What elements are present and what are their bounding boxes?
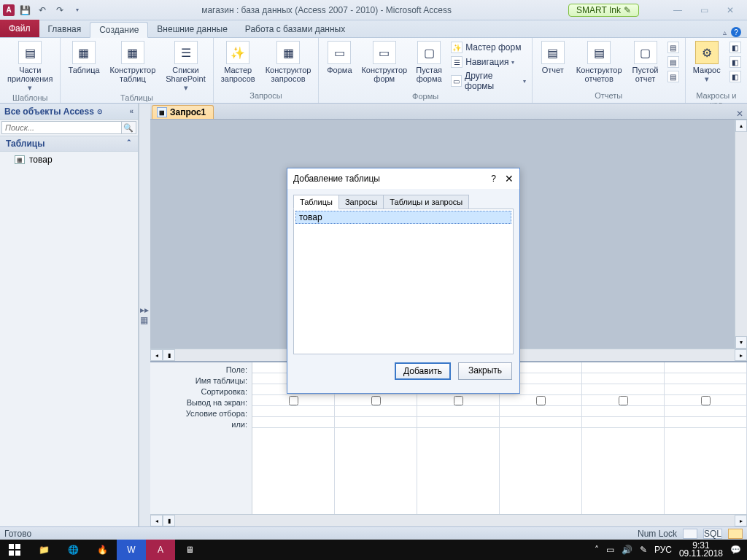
hscroll-right-icon[interactable]: ▸ (735, 349, 747, 361)
report-button[interactable]: ▤Отчет (537, 39, 569, 76)
tray-chevron-icon[interactable]: ˄ (595, 545, 599, 555)
dialog-tab-queries[interactable]: Запросы (338, 195, 384, 209)
nav-item-tovar[interactable]: ▦ товар (0, 152, 138, 168)
form-button[interactable]: ▭Форма (323, 39, 355, 76)
view-sql-icon[interactable]: SQL (703, 529, 722, 539)
hscroll-track[interactable] (175, 515, 735, 526)
dialog-tab-both[interactable]: Таблицы и запросы (383, 195, 469, 209)
qat-redo-icon[interactable]: ↷ (53, 3, 67, 18)
report-designer-button[interactable]: ▤Конструктор отчетов (573, 39, 625, 85)
tray-clock[interactable]: 9:31 09.11.2018 (679, 542, 723, 558)
show-checkbox[interactable] (371, 396, 381, 405)
list-item-tovar[interactable]: товар (295, 211, 511, 224)
doc-tab-close-icon[interactable]: ✕ (732, 109, 747, 119)
hscroll-left-icon[interactable]: ◂ (150, 515, 163, 526)
navigation-button[interactable]: ☰Навигация ▾ (449, 55, 527, 69)
maximize-button[interactable]: ▭ (694, 4, 713, 17)
search-icon[interactable]: 🔍 (122, 121, 136, 134)
show-checkbox[interactable] (289, 396, 298, 405)
macro-mini-3[interactable]: ◧ (728, 70, 743, 83)
nav-category-tables[interactable]: Таблицы ⌃ (0, 136, 138, 152)
qat-customize-icon[interactable]: ▾ (70, 3, 85, 18)
grid-col[interactable] (665, 362, 747, 514)
sidebar-expander[interactable]: ▸▸▦ (139, 104, 150, 526)
query-wizard-button[interactable]: ✨Мастер запросов (218, 39, 258, 85)
show-checkbox[interactable] (701, 396, 711, 405)
qat-save-icon[interactable]: 💾 (18, 3, 32, 18)
nav-header[interactable]: Все объекты Access ⊙ « (0, 104, 138, 120)
doc-tab-zapros1[interactable]: ▦ Запрос1 (152, 105, 214, 119)
sharepoint-label: Списки SharePoint (166, 66, 205, 83)
search-input[interactable] (1, 121, 122, 134)
app-parts-icon: ▤ (18, 41, 42, 64)
form-wizard-button[interactable]: ✨Мастер форм (449, 41, 527, 54)
query-designer-icon: ▦ (276, 41, 300, 64)
form-designer-button[interactable]: ▭Конструктор форм (360, 39, 409, 85)
taskbar-app2-icon[interactable]: 🖥 (175, 540, 204, 560)
show-checkbox[interactable] (619, 396, 628, 405)
tab-create[interactable]: Создание (90, 22, 148, 38)
dialog-listbox[interactable]: товар (293, 209, 514, 354)
tray-pen-icon[interactable]: ✎ (640, 545, 647, 555)
dialog-tab-tables[interactable]: Таблицы (293, 195, 339, 209)
add-button[interactable]: Добавить (395, 362, 451, 380)
tray-date: 09.11.2018 (679, 550, 723, 558)
scroll-up-icon[interactable]: ▴ (735, 120, 747, 132)
ribbon-minimize-icon[interactable]: ▵ (723, 28, 727, 36)
hscroll-split-icon[interactable]: ▮ (163, 515, 175, 526)
vertical-scrollbar[interactable]: ▴ ▾ (735, 120, 747, 349)
taskbar-access-icon[interactable]: A (146, 540, 175, 560)
help-icon[interactable]: ? (731, 27, 741, 37)
tab-external-data[interactable]: Внешние данные (148, 21, 236, 37)
other-forms-button[interactable]: ▭Другие формы ▾ (449, 70, 527, 92)
tray-volume-icon[interactable]: 🔊 (622, 545, 632, 555)
hscroll-left-icon[interactable]: ◂ (150, 349, 163, 361)
macro-button[interactable]: ⚙Макрос▾ (690, 39, 724, 85)
nav-collapse-icon[interactable]: « (129, 107, 133, 115)
macro-mini-1[interactable]: ◧ (728, 41, 743, 54)
view-datasheet-icon[interactable] (683, 529, 697, 539)
hscroll-right-icon[interactable]: ▸ (735, 515, 747, 526)
report-mini-1[interactable]: ▤ (666, 41, 681, 54)
hscroll-split-icon[interactable]: ▮ (163, 349, 175, 361)
start-button[interactable] (0, 540, 29, 560)
macro-mini-2[interactable]: ◧ (728, 55, 743, 69)
dialog-help-icon[interactable]: ? (491, 174, 496, 184)
taskbar-explorer-icon[interactable]: 📁 (29, 540, 58, 560)
macro-mini-icon: ◧ (729, 42, 741, 53)
report-mini-2[interactable]: ▤ (666, 55, 681, 69)
show-checkbox[interactable] (454, 396, 463, 405)
taskbar-word-icon[interactable]: W (117, 540, 146, 560)
tab-home[interactable]: Главная (39, 21, 90, 37)
taskbar-chrome-icon[interactable]: 🌐 (58, 540, 88, 560)
qat-undo-icon[interactable]: ↶ (35, 3, 50, 18)
query-designer-button[interactable]: ▦Конструктор запросов (263, 39, 314, 85)
file-tab[interactable]: Файл (0, 20, 39, 37)
view-design-icon[interactable] (728, 529, 743, 539)
blank-report-button[interactable]: ▢Пустой отчет (630, 39, 662, 85)
table-button[interactable]: ▦Таблица (65, 39, 102, 76)
taskbar-app-icon[interactable]: 🔥 (88, 540, 117, 560)
close-button[interactable]: ✕ (721, 4, 740, 17)
group-tables-label: Таблицы (65, 93, 208, 103)
scroll-down-icon[interactable]: ▾ (735, 336, 747, 349)
tray-language[interactable]: РУС (654, 545, 672, 555)
tab-database-tools[interactable]: Работа с базами данных (236, 21, 354, 37)
form-wizard-label: Мастер форм (465, 42, 521, 52)
blank-form-button[interactable]: ▢Пустая форма (413, 39, 445, 85)
ribbon-help-area: ▵ ? (723, 27, 747, 37)
dialog-close-icon[interactable]: ✕ (505, 173, 514, 184)
close-dialog-button[interactable]: Закрыть (458, 362, 512, 380)
smart-ink-button[interactable]: SMART Ink ✎ (568, 4, 639, 17)
dialog-titlebar[interactable]: Добавление таблицы ? ✕ (287, 168, 519, 189)
tray-notifications-icon[interactable]: 💬 (730, 545, 741, 555)
tray-network-icon[interactable]: ▭ (606, 545, 614, 555)
sharepoint-lists-button[interactable]: ☰Списки SharePoint▾ (163, 39, 208, 93)
report-mini-3[interactable]: ▤ (666, 70, 681, 83)
show-checkbox[interactable] (536, 396, 546, 405)
table-designer-button[interactable]: ▦Конструктор таблиц (107, 39, 159, 85)
minimize-button[interactable]: — (668, 4, 687, 17)
nav-item-label: товар (29, 155, 53, 165)
app-parts-button[interactable]: ▤Части приложения▾ (4, 39, 55, 93)
grid-col[interactable] (582, 362, 665, 514)
